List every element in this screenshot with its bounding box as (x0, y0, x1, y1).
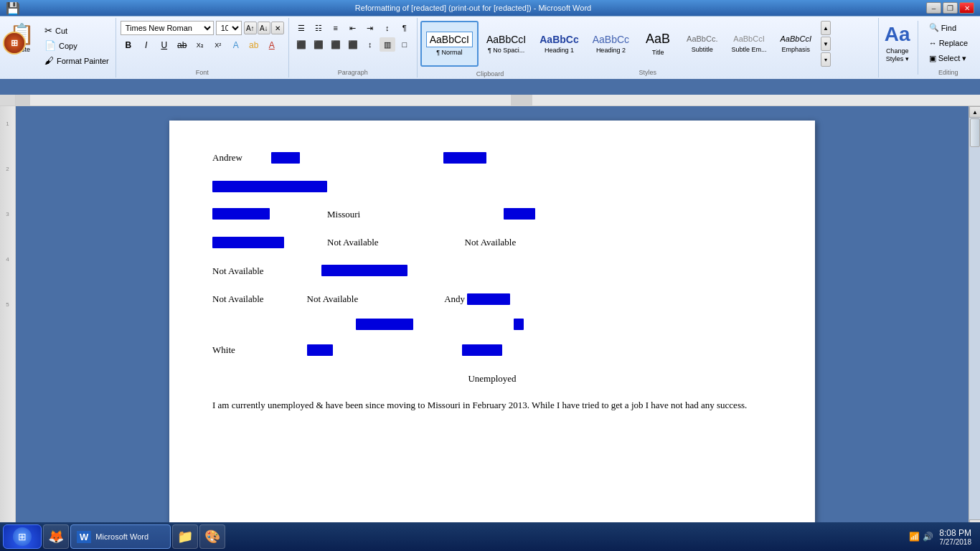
page: Andrew Missouri Not Available (169, 121, 815, 525)
increase-indent-button[interactable]: ⇥ (362, 21, 378, 35)
style-subtitle-label: Subtitle (692, 46, 713, 53)
style-emphasis[interactable]: AaBbCcI Emphasis (775, 21, 817, 67)
style-heading1[interactable]: AaBbCc Heading 1 (534, 21, 584, 67)
horizontal-ruler (16, 95, 980, 105)
style-normal-preview: AaBbCcI (426, 32, 473, 48)
change-styles-icon: Aa (885, 24, 910, 44)
doc-row-7 (212, 319, 772, 330)
sort-button[interactable]: ↕ (380, 21, 395, 35)
close-button[interactable]: ✕ (959, 2, 974, 14)
clear-formatting[interactable]: ✕ (271, 22, 284, 34)
replace-button[interactable]: ↔ Replace (924, 37, 973, 50)
clock-time: 8:08 PM (939, 528, 971, 538)
svg-rect-0 (16, 95, 980, 105)
style-title[interactable]: AaB Title (637, 21, 679, 67)
font-format-row: B I U ab X₂ X² A ab A (121, 37, 284, 53)
style-normal[interactable]: AaBbCcI ¶ Normal (420, 21, 479, 67)
start-button[interactable]: ⊞ (3, 524, 42, 549)
cut-icon: ✂ (44, 25, 52, 36)
format-painter-button[interactable]: 🖌 Format Painter (41, 54, 113, 67)
style-no-spacing-label: ¶ No Spaci... (488, 47, 524, 54)
align-left-button[interactable]: ⬛ (293, 37, 309, 52)
style-emphasis-preview: AaBbCcI (781, 34, 811, 44)
find-label: Find (941, 24, 956, 32)
cut-button[interactable]: ✂ Cut (41, 24, 113, 37)
firefox-button[interactable]: 🦊 (43, 524, 69, 549)
replace-label: Replace (939, 39, 968, 47)
doc-row-8: White (212, 342, 772, 358)
explorer-button[interactable]: 📁 (172, 524, 198, 549)
style-subtle-em-label: Subtle Em... (732, 46, 767, 53)
doc-row-10: I am currently unemployed & have been si… (212, 398, 772, 413)
justify-button[interactable]: ⬛ (345, 37, 361, 52)
borders-button[interactable]: □ (397, 37, 413, 52)
line-spacing-button[interactable]: ↕ (362, 37, 378, 52)
align-center-button[interactable]: ⬛ (311, 37, 326, 52)
paragraph-row-1: ☰ ☷ ≡ ⇤ ⇥ ↕ ¶ (293, 21, 413, 35)
style-heading1-label: Heading 1 (545, 47, 574, 54)
ruler-corner (0, 95, 16, 105)
format-painter-icon: 🖌 (44, 55, 54, 66)
text-not-available-5: Not Available (212, 263, 264, 279)
scroll-track[interactable] (969, 118, 980, 519)
highlight-color-button[interactable]: ab (246, 37, 262, 53)
restore-button[interactable]: ❐ (943, 2, 958, 14)
style-no-spacing-preview: AaBbCcI (486, 34, 526, 46)
superscript-button[interactable]: X² (210, 37, 226, 53)
select-button[interactable]: ▣ Select ▾ (924, 52, 973, 65)
styles-scroll-down[interactable]: ▼ (821, 37, 831, 51)
doc-row-1: Andrew (212, 149, 772, 166)
redacted-8b (462, 344, 502, 356)
font-color-button[interactable]: A (264, 37, 280, 53)
font-group-label: Font (116, 69, 288, 76)
font-size-increase[interactable]: A↑ (244, 22, 257, 34)
font-size-select[interactable]: 10 (216, 21, 242, 35)
font-name-select[interactable]: Times New Roman (121, 21, 214, 35)
redacted-1b (443, 152, 486, 164)
replace-icon: ↔ (929, 39, 937, 47)
underline-button[interactable]: U (156, 37, 172, 53)
copy-button[interactable]: 📄 Copy (41, 39, 113, 52)
style-subtitle[interactable]: AaBbCc. Subtitle (681, 21, 723, 67)
style-heading2[interactable]: AaBbCc Heading 2 (587, 21, 635, 67)
scroll-up-button[interactable]: ▲ (969, 106, 980, 118)
style-title-label: Title (652, 49, 664, 56)
copy-icon: 📄 (44, 40, 56, 51)
style-normal-label: ¶ Normal (436, 49, 462, 56)
office-button[interactable]: ⊞ (3, 32, 26, 55)
document-scroll-area[interactable]: Andrew Missouri Not Available (16, 106, 969, 540)
ribbon-wrapper: ⊞ 💾 ↩ ↪ ▾ Home Insert Page Layout Refere… (0, 16, 980, 95)
redacted-7a (356, 319, 413, 330)
minimize-button[interactable]: – (926, 2, 941, 14)
change-styles-button[interactable]: Aa Change Styles ▾ (879, 18, 916, 77)
font-size-decrease[interactable]: A↓ (258, 22, 270, 34)
style-no-spacing[interactable]: AaBbCcI ¶ No Spaci... (481, 21, 532, 67)
numbering-button[interactable]: ☷ (311, 21, 326, 35)
multilevel-list-button[interactable]: ≡ (328, 21, 344, 35)
paragraph-group: ☰ ☷ ≡ ⇤ ⇥ ↕ ¶ ⬛ ⬛ ⬛ ⬛ ↕ ▥ □ Paragraph (289, 18, 418, 77)
find-button[interactable]: 🔍 Find (924, 21, 973, 34)
style-subtle-em[interactable]: AaBbCcI Subtle Em... (726, 21, 773, 67)
styles-group-label: Styles (418, 69, 878, 76)
subscript-button[interactable]: X₂ (192, 37, 208, 53)
doc-area: 1 2 3 4 5 Andrew Missouri (0, 106, 980, 540)
scroll-thumb[interactable] (970, 118, 980, 147)
paint-button[interactable]: 🎨 (199, 524, 225, 549)
doc-row-5: Not Available (212, 263, 772, 279)
paragraph-group-label: Paragraph (289, 69, 417, 76)
styles-more[interactable]: ▾ (821, 52, 831, 67)
italic-button[interactable]: I (138, 37, 154, 53)
bullets-button[interactable]: ☰ (293, 21, 309, 35)
find-icon: 🔍 (929, 23, 939, 32)
word-taskbar-app[interactable]: W Microsoft Word (70, 524, 171, 549)
show-formatting-button[interactable]: ¶ (397, 21, 413, 35)
doc-row-2 (212, 177, 772, 194)
styles-scroll-up[interactable]: ▲ (821, 21, 831, 35)
text-not-available-6a: Not Available (212, 291, 264, 307)
strikethrough-button[interactable]: ab (174, 37, 190, 53)
shading-button[interactable]: ▥ (380, 37, 395, 52)
decrease-indent-button[interactable]: ⇤ (345, 21, 361, 35)
text-effects-button[interactable]: A (228, 37, 244, 53)
bold-button[interactable]: B (121, 37, 136, 53)
align-right-button[interactable]: ⬛ (328, 37, 344, 52)
